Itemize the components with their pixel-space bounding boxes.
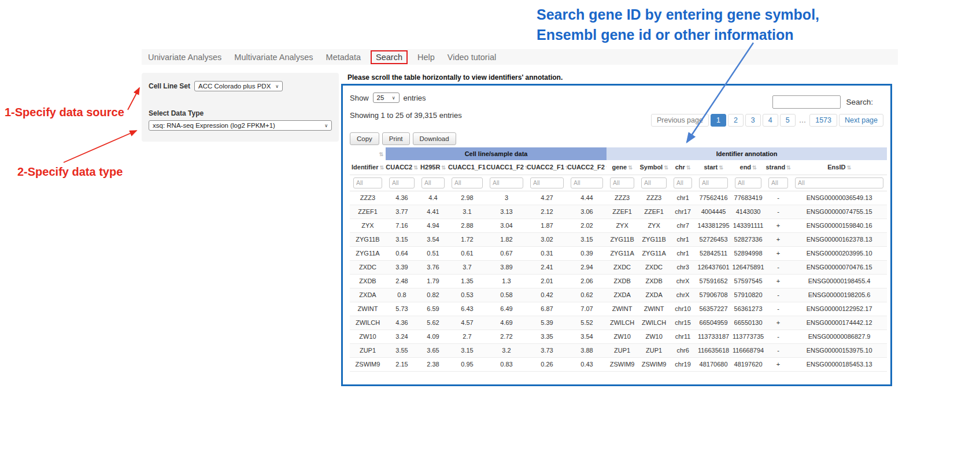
filter-input-cuacc2-f2[interactable] <box>571 177 603 188</box>
cell-line-set-row: Cell Line Set ACC Colorado plus PDX ∨ <box>149 81 332 91</box>
table-cell: 52726453 <box>696 232 731 246</box>
table-row[interactable]: ZYG11A0.640.510.610.670.310.39ZYG11AZYG1… <box>350 246 887 260</box>
table-row[interactable]: ZXDB2.481.791.351.32.012.06ZXDBZXDBchrX5… <box>350 274 887 288</box>
pagination-page-4[interactable]: 4 <box>763 114 778 127</box>
table-cell: 1.3 <box>486 274 527 288</box>
table-cell: 2.06 <box>567 274 607 288</box>
nav-item-univariate-analyses[interactable]: Univariate Analyses <box>142 53 228 62</box>
search-input[interactable] <box>772 95 841 109</box>
nav-item-video-tutorial[interactable]: Video tutorial <box>441 53 502 62</box>
table-cell: + <box>765 274 792 288</box>
col-header-symbol[interactable]: Symbol⇅ <box>638 160 670 175</box>
sort-icon: ⇅ <box>786 165 791 171</box>
table-cell: chr6 <box>670 343 696 357</box>
table-row[interactable]: ZWILCH4.365.624.574.695.395.52ZWILCHZWIL… <box>350 316 887 330</box>
pagination-page-1[interactable]: 1 <box>711 114 726 127</box>
filter-input-cuacc2-f1[interactable] <box>530 177 564 188</box>
table-cell: 5.73 <box>386 302 418 316</box>
cell-line-set-select[interactable]: ACC Colorado plus PDX ∨ <box>194 81 283 91</box>
table-cell: 66550130 <box>731 316 765 330</box>
table-cell: 3.77 <box>386 205 418 219</box>
filter-input-identifier[interactable] <box>353 177 382 188</box>
table-row[interactable]: ZW103.244.092.72.723.353.54ZW10ZW10chr11… <box>350 330 887 343</box>
col-header-cuacc2[interactable]: CUACC2⇅ <box>386 160 418 175</box>
table-cell: 0.51 <box>418 246 448 260</box>
col-header-cuacc1-f1[interactable]: CUACC1_F1⇅ <box>448 160 486 175</box>
filter-input-start[interactable] <box>699 177 728 188</box>
red-arrow-1 <box>128 88 139 110</box>
table-row[interactable]: ZZEF13.774.413.13.132.123.06ZZEF1ZZEF1ch… <box>350 205 887 219</box>
table-row[interactable]: ZUP13.553.653.153.23.733.88ZUP1ZUP1chr61… <box>350 343 887 357</box>
data-type-select[interactable]: xsq: RNA-seq Expression (log2 FPKM+1) ∨ <box>149 120 332 131</box>
nav-item-help[interactable]: Help <box>411 53 441 62</box>
sort-icon: ⇅ <box>379 165 384 171</box>
filter-input-h295r[interactable] <box>421 177 445 188</box>
table-row[interactable]: ZYG11B3.153.541.721.823.023.15ZYG11BZYG1… <box>350 232 887 246</box>
filter-input-end[interactable] <box>735 177 761 188</box>
entries-select[interactable]: 25 ∨ <box>373 92 400 103</box>
print-button[interactable]: Print <box>382 132 410 145</box>
table-cell: chrX <box>670 288 696 302</box>
pagination-page-5[interactable]: 5 <box>780 114 796 127</box>
table-cell: - <box>765 205 792 219</box>
filter-input-gene[interactable] <box>610 177 634 188</box>
table-cell: ZXDC <box>607 260 638 274</box>
filter-input-strand[interactable] <box>768 177 788 188</box>
table-cell: 77562416 <box>696 191 731 205</box>
col-header-cuacc2-f1[interactable]: CUACC2_F1⇅ <box>527 160 567 175</box>
table-cell: 3.1 <box>448 205 486 219</box>
pagination-page-3[interactable]: 3 <box>745 114 761 127</box>
table-cell: - <box>765 288 792 302</box>
nav-item-metadata[interactable]: Metadata <box>320 53 367 62</box>
col-header-chr[interactable]: chr⇅ <box>670 160 696 175</box>
search-area: Search: <box>772 95 873 109</box>
table-cell: 0.83 <box>486 357 527 371</box>
table-cell: 3.35 <box>527 330 567 343</box>
table-cell: 57597545 <box>731 274 765 288</box>
gene-data-table: ⇅Cell line/sample dataIdentifier annotat… <box>350 147 887 372</box>
table-row[interactable]: ZYX7.164.942.883.041.872.02ZYXZYXchr7143… <box>350 219 887 232</box>
nav-item-search[interactable]: Search <box>371 50 408 64</box>
table-cell: + <box>765 219 792 232</box>
table-cell: 5.52 <box>567 316 607 330</box>
filter-input-symbol[interactable] <box>641 177 667 188</box>
table-cell: ZWILCH <box>638 316 670 330</box>
col-header-end[interactable]: end⇅ <box>731 160 765 175</box>
filter-input-chr[interactable] <box>674 177 692 188</box>
col-header-h295r[interactable]: H295R⇅ <box>418 160 448 175</box>
nav-item-multivariate-analyses[interactable]: Multivariate Analyses <box>228 53 319 62</box>
copy-button[interactable]: Copy <box>350 132 379 145</box>
entries-select-value: 25 <box>377 94 384 101</box>
filter-input-cuacc2[interactable] <box>389 177 415 188</box>
table-row[interactable]: ZXDC3.393.763.73.892.412.94ZXDCZXDCchr31… <box>350 260 887 274</box>
col-header-strand[interactable]: strand⇅ <box>765 160 792 175</box>
table-row[interactable]: ZZZ34.364.42.9834.274.44ZZZ3ZZZ3chr17756… <box>350 191 887 205</box>
col-header-cuacc1-f2[interactable]: CUACC1_F2⇅ <box>486 160 527 175</box>
table-row[interactable]: ZWINT5.736.596.436.496.877.07ZWINTZWINTc… <box>350 302 887 316</box>
identifier-group-header[interactable]: ⇅ <box>350 147 386 160</box>
table-row[interactable]: ZSWIM92.152.380.950.830.260.43ZSWIM9ZSWI… <box>350 357 887 371</box>
pagination-ellipsis: … <box>797 114 808 126</box>
pagination-prev-button[interactable]: Previous page <box>651 114 709 127</box>
col-header-gene[interactable]: gene⇅ <box>607 160 638 175</box>
filter-input-cuacc1-f1[interactable] <box>452 177 483 188</box>
col-header-cuacc2-f2[interactable]: CUACC2_F2⇅ <box>567 160 607 175</box>
filter-input-ensid[interactable] <box>795 177 883 188</box>
scroll-note: Please scroll the table horizontally to … <box>347 73 563 82</box>
col-header-identifier[interactable]: Identifier⇅ <box>350 160 386 175</box>
pagination-next-button[interactable]: Next page <box>839 114 883 127</box>
table-cell: 4.36 <box>386 191 418 205</box>
download-button[interactable]: Download <box>413 132 456 145</box>
table-group-row: ⇅Cell line/sample dataIdentifier annotat… <box>350 147 887 160</box>
pagination-page-2[interactable]: 2 <box>728 114 744 127</box>
filter-input-cuacc1-f2[interactable] <box>490 177 523 188</box>
col-header-start[interactable]: start⇅ <box>696 160 731 175</box>
export-buttons: CopyPrintDownload <box>350 132 456 145</box>
pagination-page-1573[interactable]: 1573 <box>809 114 837 127</box>
table-cell: 0.8 <box>386 288 418 302</box>
col-header-label: strand <box>765 164 785 171</box>
table-row[interactable]: ZXDA0.80.820.530.580.420.62ZXDAZXDAchrX5… <box>350 288 887 302</box>
col-header-ensid[interactable]: EnsID⇅ <box>792 160 887 175</box>
table-cell: ZW10 <box>638 330 670 343</box>
table-panel: Show 25 ∨ entries Showing 1 to 25 of 39,… <box>341 84 892 386</box>
